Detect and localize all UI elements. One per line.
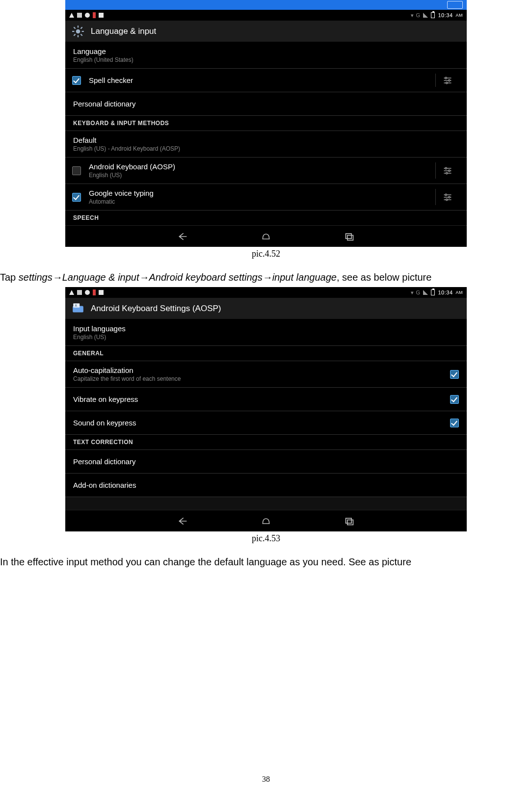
status-bar: ▾ G 10:34 AM xyxy=(65,287,467,298)
battery-icon xyxy=(431,12,435,18)
svg-point-18 xyxy=(445,167,447,169)
row-title: Personal dictionary xyxy=(73,100,459,108)
window-titlebar xyxy=(65,0,467,10)
settings-sliders-icon[interactable] xyxy=(435,162,459,179)
svg-rect-28 xyxy=(347,235,353,240)
wifi-icon: ▾ G xyxy=(411,12,420,19)
checkbox-icon[interactable] xyxy=(450,370,459,379)
svg-text:A: A xyxy=(75,303,78,307)
svg-point-12 xyxy=(445,77,447,79)
status-ampm: AM xyxy=(456,13,463,18)
row-title: Google voice typing xyxy=(89,189,435,197)
svg-point-25 xyxy=(448,196,450,198)
row-personal-dictionary[interactable]: Personal dictionary xyxy=(65,92,467,116)
row-google-voice-typing[interactable]: Google voice typing Automatic xyxy=(65,184,467,211)
screenshot-language-input: ▾ G 10:34 AM Language & input Language E… xyxy=(65,0,467,247)
page-number: 38 xyxy=(0,775,532,784)
row-addon-dictionaries[interactable]: Add-on dictionaries xyxy=(65,474,467,497)
status-icon xyxy=(69,290,74,295)
row-title: Sound on keypress xyxy=(73,419,446,427)
row-title: Language xyxy=(73,47,459,55)
checkbox-icon[interactable] xyxy=(450,419,459,427)
svg-point-0 xyxy=(76,29,80,33)
status-icon xyxy=(93,12,96,18)
category-text-correction: TEXT CORRECTION xyxy=(65,435,467,450)
row-input-languages[interactable]: Input languages English (US) xyxy=(65,319,467,346)
row-title: Android Keyboard (AOSP) xyxy=(89,162,435,171)
row-sound-on-keypress[interactable]: Sound on keypress xyxy=(65,411,467,435)
status-icon xyxy=(77,290,82,295)
header-title: Language & input xyxy=(91,26,156,36)
svg-rect-33 xyxy=(347,520,353,525)
row-auto-capitalization[interactable]: Auto-capitalization Capitalize the first… xyxy=(65,361,467,388)
status-icon xyxy=(93,290,96,295)
status-time: 10:34 xyxy=(438,290,452,295)
status-bar: ▾ G 10:34 AM xyxy=(65,10,467,21)
caption-1: pic.4.52 xyxy=(0,249,532,259)
svg-point-19 xyxy=(448,170,450,171)
row-title: Input languages xyxy=(73,324,459,333)
caption-2: pic.4.53 xyxy=(0,533,532,544)
category-general: GENERAL xyxy=(65,346,467,361)
nav-back-icon[interactable] xyxy=(175,231,190,242)
checkbox-icon[interactable] xyxy=(450,395,459,404)
header-title: Android Keyboard Settings (AOSP) xyxy=(91,304,221,314)
svg-line-6 xyxy=(80,34,82,35)
nav-home-icon[interactable] xyxy=(259,515,273,527)
nav-bar xyxy=(65,225,467,247)
status-icon xyxy=(85,13,90,18)
row-language[interactable]: Language English (United States) xyxy=(65,42,467,69)
keyboard-icon: A xyxy=(71,302,85,316)
settings-header: Language & input xyxy=(65,21,467,42)
paragraph-1: Tap settings→Language & input→Android ke… xyxy=(0,271,532,284)
row-title: Add-on dictionaries xyxy=(73,481,459,489)
row-personal-dictionary[interactable]: Personal dictionary xyxy=(65,450,467,474)
status-ampm: AM xyxy=(456,290,463,295)
svg-rect-32 xyxy=(346,518,352,523)
row-vibrate-on-keypress[interactable]: Vibrate on keypress xyxy=(65,388,467,411)
row-title: Default xyxy=(73,136,459,144)
status-icon xyxy=(85,290,90,295)
row-spell-checker[interactable]: Spell checker xyxy=(65,69,467,92)
battery-icon xyxy=(431,290,435,295)
nav-recent-icon[interactable] xyxy=(342,515,357,527)
checkbox-icon[interactable] xyxy=(72,193,81,202)
row-default[interactable]: Default English (US) - Android Keyboard … xyxy=(65,131,467,158)
settings-header: A Android Keyboard Settings (AOSP) xyxy=(65,298,467,319)
row-subtitle: English (US) xyxy=(89,172,435,179)
svg-point-14 xyxy=(446,82,447,83)
row-subtitle: English (US) - Android Keyboard (AOSP) xyxy=(73,145,459,152)
status-icon xyxy=(77,13,82,18)
row-subtitle: Automatic xyxy=(89,198,435,205)
nav-recent-icon[interactable] xyxy=(342,231,357,242)
row-title: Vibrate on keypress xyxy=(73,395,446,403)
svg-point-24 xyxy=(445,194,447,195)
status-icon xyxy=(69,13,74,18)
row-subtitle: English (US) xyxy=(73,334,459,341)
status-time: 10:34 xyxy=(438,12,452,18)
checkbox-icon[interactable] xyxy=(72,76,81,85)
row-title: Spell checker xyxy=(89,76,435,84)
nav-back-icon[interactable] xyxy=(175,515,190,527)
svg-point-26 xyxy=(446,199,447,200)
svg-rect-27 xyxy=(346,234,352,238)
row-title: Personal dictionary xyxy=(73,457,459,466)
settings-sliders-icon[interactable] xyxy=(435,189,459,205)
settings-sliders-icon[interactable] xyxy=(435,74,459,87)
signal-icon xyxy=(423,13,428,18)
row-subtitle: Capitalize the first word of each senten… xyxy=(73,375,446,382)
row-subtitle: English (United States) xyxy=(73,56,459,63)
category-keyboard: KEYBOARD & INPUT METHODS xyxy=(65,116,467,131)
row-title: Auto-capitalization xyxy=(73,366,446,374)
svg-line-8 xyxy=(80,27,82,28)
svg-line-5 xyxy=(74,27,75,28)
svg-point-13 xyxy=(448,79,450,81)
status-icon xyxy=(99,13,104,18)
svg-line-7 xyxy=(74,34,75,35)
row-android-keyboard[interactable]: Android Keyboard (AOSP) English (US) xyxy=(65,158,467,184)
wifi-icon: ▾ G xyxy=(411,290,420,296)
nav-home-icon[interactable] xyxy=(259,231,273,242)
category-speech: SPEECH xyxy=(65,211,467,225)
screenshot-keyboard-settings: ▾ G 10:34 AM A Android Keyboard Settings… xyxy=(65,287,467,531)
checkbox-icon[interactable] xyxy=(72,166,81,175)
